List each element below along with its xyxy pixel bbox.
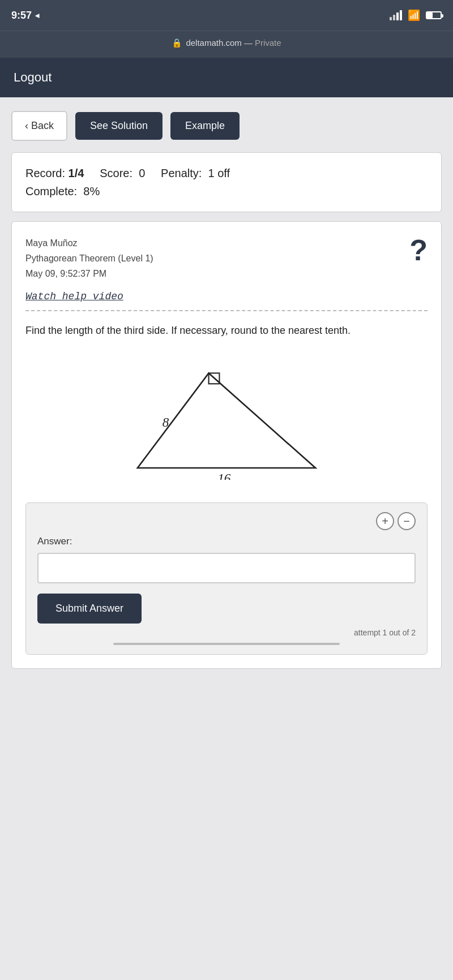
answer-area: + − Answer: Submit Answer attempt 1 out … bbox=[25, 502, 428, 655]
triangle-diagram: 8 16 bbox=[25, 350, 428, 485]
battery-icon bbox=[426, 11, 442, 19]
see-solution-button[interactable]: See Solution bbox=[75, 112, 163, 140]
nav-bar: Logout bbox=[0, 58, 453, 97]
penalty-label: Penalty: bbox=[161, 167, 202, 179]
topic-name: Pythagorean Theorem (Level 1) bbox=[25, 251, 153, 266]
signal-icon bbox=[390, 10, 402, 20]
record-line: Record: 1/4 Score: 0 Penalty: 1 off bbox=[25, 164, 428, 182]
date-time: May 09, 9:52:37 PM bbox=[25, 266, 153, 281]
problem-meta: Maya Muñoz Pythagorean Theorem (Level 1)… bbox=[25, 235, 428, 282]
logout-link[interactable]: Logout bbox=[14, 70, 52, 85]
student-name: Maya Muñoz bbox=[25, 235, 153, 251]
watch-help-video-link[interactable]: Watch help video bbox=[25, 291, 428, 302]
status-bar: 9:57 ◂ 📶 bbox=[0, 0, 453, 31]
score-value: 0 bbox=[139, 167, 145, 179]
problem-text: Find the length of the third side. If ne… bbox=[25, 323, 428, 339]
back-button[interactable]: ‹ Back bbox=[11, 111, 67, 141]
separator-dash: — bbox=[244, 38, 253, 48]
penalty-value: 1 off bbox=[208, 167, 230, 179]
example-button[interactable]: Example bbox=[170, 112, 240, 140]
browser-bar: 🔒 deltamath.com — Private bbox=[0, 31, 453, 58]
problem-meta-text: Maya Muñoz Pythagorean Theorem (Level 1)… bbox=[25, 235, 153, 282]
location-icon: ◂ bbox=[35, 11, 39, 20]
main-content: ‹ Back See Solution Example Record: 1/4 … bbox=[0, 97, 453, 682]
answer-input[interactable] bbox=[37, 553, 416, 583]
side-label-16: 16 bbox=[217, 471, 231, 480]
complete-value: 8% bbox=[83, 185, 100, 197]
lock-icon: 🔒 bbox=[172, 38, 182, 48]
zoom-in-button[interactable]: + bbox=[376, 512, 394, 530]
status-icons: 📶 bbox=[390, 9, 442, 22]
status-time: 9:57 ◂ bbox=[11, 10, 39, 22]
toolbar: ‹ Back See Solution Example bbox=[11, 111, 442, 141]
side-label-8: 8 bbox=[163, 415, 169, 429]
score-label: Score: bbox=[100, 167, 133, 179]
answer-label: Answer: bbox=[37, 536, 416, 547]
help-icon[interactable]: ? bbox=[409, 235, 428, 265]
time-display: 9:57 bbox=[11, 10, 32, 22]
answer-controls: + − bbox=[37, 512, 416, 530]
url-text: deltamath.com bbox=[186, 38, 241, 48]
complete-line: Complete: 8% bbox=[25, 182, 428, 200]
wifi-icon: 📶 bbox=[408, 9, 420, 22]
attempt-text: attempt 1 out of 2 bbox=[37, 628, 416, 637]
problem-card: Maya Muñoz Pythagorean Theorem (Level 1)… bbox=[11, 221, 442, 669]
private-label: Private bbox=[255, 38, 281, 48]
scroll-hint bbox=[113, 643, 340, 645]
zoom-out-button[interactable]: − bbox=[398, 512, 416, 530]
section-divider bbox=[25, 310, 428, 311]
complete-label: Complete: bbox=[25, 185, 77, 197]
record-card: Record: 1/4 Score: 0 Penalty: 1 off Comp… bbox=[11, 152, 442, 212]
triangle-svg: 8 16 bbox=[108, 355, 345, 480]
submit-answer-button[interactable]: Submit Answer bbox=[37, 594, 142, 624]
record-label: Record: bbox=[25, 167, 65, 179]
record-value: 1/4 bbox=[69, 167, 84, 179]
